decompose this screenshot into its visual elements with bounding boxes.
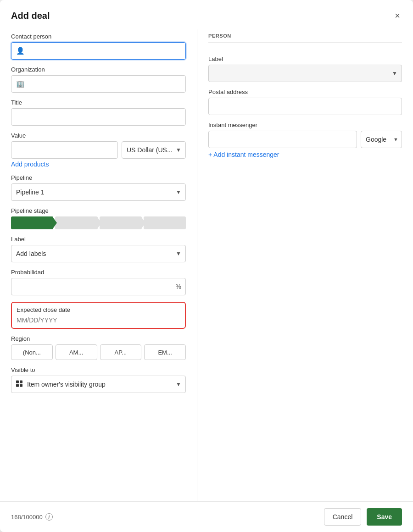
instant-messenger-field: Instant messenger Google ▼ + Add instant… (208, 122, 402, 159)
postal-address-field: Postal address (208, 89, 402, 115)
region-btn-non[interactable]: (Non... (11, 344, 53, 360)
organization-field: Organization 🏢 (11, 66, 186, 93)
stage-pill-4[interactable] (144, 216, 186, 229)
stage-pill-1[interactable] (11, 216, 53, 229)
visible-to-field: Visible to Item owner's visibility group (11, 366, 186, 393)
title-input[interactable] (11, 108, 186, 126)
right-label-field: Label ▼ (208, 55, 402, 82)
contact-person-input[interactable]: 👤 (11, 42, 186, 60)
region-label: Region (11, 335, 186, 342)
currency-wrapper: US Dollar (US... ▼ (122, 141, 186, 159)
value-input[interactable] (11, 141, 118, 159)
cancel-button[interactable]: Cancel (324, 508, 362, 526)
value-field: Value US Dollar (US... ▼ Add products (11, 132, 186, 168)
save-button[interactable]: Save (367, 508, 402, 526)
label-select-wrapper: Add labels ▼ (11, 245, 186, 262)
value-label: Value (11, 132, 186, 139)
im-input[interactable] (208, 131, 357, 148)
contact-person-label: Contact person (11, 33, 186, 40)
region-row: (Non... AM... AP... EM... (11, 344, 186, 360)
modal-body: Contact person 👤 Organization 🏢 Title Va… (0, 29, 413, 501)
probabilidad-field: Probabilidad % (11, 269, 186, 295)
pipeline-stage-field: Pipeline stage (11, 207, 186, 229)
im-service-select[interactable]: Google (361, 131, 402, 148)
title-field: Title (11, 99, 186, 126)
region-field: Region (Non... AM... AP... EM... (11, 335, 186, 360)
percent-wrapper: % (11, 278, 186, 295)
label-select[interactable]: Add labels (11, 245, 186, 262)
right-panel: PERSON Label ▼ Postal address (197, 29, 413, 501)
probabilidad-input[interactable] (11, 278, 186, 295)
person-section-label: PERSON (208, 33, 402, 39)
im-row: Google ▼ (208, 131, 402, 148)
add-products-button[interactable]: Add products (11, 161, 49, 168)
char-count-value: 168/100000 (11, 514, 43, 521)
instant-messenger-label: Instant messenger (208, 122, 402, 128)
postal-address-label: Postal address (208, 89, 402, 95)
label-field-label: Label (11, 236, 186, 243)
title-label: Title (11, 99, 186, 106)
label-field: Label Add labels ▼ (11, 236, 186, 262)
visible-to-label: Visible to (11, 366, 186, 373)
person-section: PERSON (208, 33, 402, 49)
im-service-wrapper: Google ▼ (361, 131, 402, 148)
postal-address-input[interactable] (208, 98, 402, 115)
probabilidad-label: Probabilidad (11, 269, 186, 276)
close-button[interactable]: × (393, 9, 402, 22)
expected-close-date-input[interactable] (17, 316, 180, 324)
pipeline-stage-row (11, 216, 186, 229)
left-panel: Contact person 👤 Organization 🏢 Title Va… (0, 29, 197, 501)
organization-input[interactable]: 🏢 (11, 75, 186, 93)
contact-person-field: Contact person 👤 (11, 33, 186, 60)
info-icon[interactable]: i (45, 513, 53, 521)
value-row: US Dollar (US... ▼ (11, 141, 186, 159)
region-btn-em[interactable]: EM... (144, 344, 186, 360)
stage-pill-3[interactable] (100, 216, 142, 229)
expected-close-date-field: Expected close date (11, 302, 186, 329)
right-label-select[interactable] (208, 65, 402, 82)
modal-header: Add deal × (0, 0, 413, 29)
pipeline-stage-label: Pipeline stage (11, 207, 186, 214)
expected-close-date-label: Expected close date (17, 306, 180, 313)
currency-select[interactable]: US Dollar (US... (122, 141, 186, 159)
region-btn-am[interactable]: AM... (56, 344, 97, 360)
pipeline-field: Pipeline Pipeline 1 ▼ (11, 174, 186, 201)
pipeline-label: Pipeline (11, 174, 186, 181)
organization-icon: 🏢 (16, 80, 25, 88)
right-label-label: Label (208, 55, 402, 62)
modal-footer: 168/100000 i Cancel Save (0, 501, 413, 532)
organization-label: Organization (11, 66, 186, 73)
pipeline-select-wrapper: Pipeline 1 ▼ (11, 183, 186, 201)
person-divider (208, 42, 402, 43)
visible-to-select[interactable]: Item owner's visibility group (11, 376, 186, 393)
add-deal-modal: Add deal × Contact person 👤 Organization… (0, 0, 413, 532)
modal-title: Add deal (11, 11, 50, 21)
visible-select-wrapper: Item owner's visibility group ▼ (11, 376, 186, 393)
person-icon: 👤 (16, 47, 25, 55)
pipeline-select[interactable]: Pipeline 1 (11, 183, 186, 201)
region-btn-ap[interactable]: AP... (100, 344, 142, 360)
stage-pill-2[interactable] (55, 216, 97, 229)
char-count: 168/100000 i (11, 513, 53, 521)
right-label-select-wrapper: ▼ (208, 65, 402, 82)
add-im-button[interactable]: + Add instant messenger (208, 151, 279, 158)
